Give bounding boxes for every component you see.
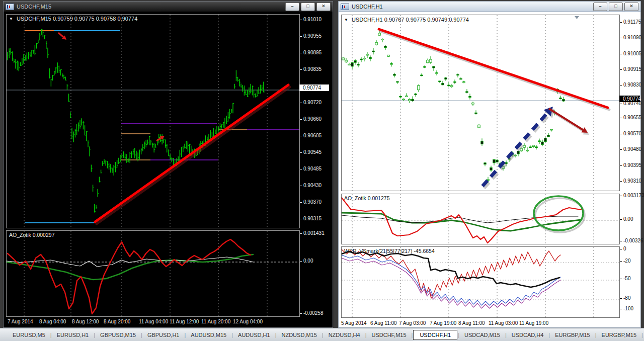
axis-label: 0.90370: [300, 199, 321, 205]
axis-label: 0.90955: [300, 33, 321, 39]
h1-ao-indicator-label: AO_Zotik 0.001275: [344, 195, 389, 201]
time-label: 8 Aug 04:00: [39, 319, 66, 324]
left-window-title: USDCHF,M15: [17, 4, 51, 10]
h1-wpr-indicator-label: WPR_VSmark(21|55|77|217) -45.6654: [344, 248, 435, 254]
axis-label: 0.90835: [300, 66, 321, 72]
axis-label: 0.90895: [300, 50, 321, 55]
h1-price-axis[interactable]: 0.911750.910900.910050.909150.908300.907…: [619, 15, 641, 317]
time-label: 8 Aug 12:00: [72, 319, 99, 324]
chart-tab-bar: EURUSD,M5|EURUSD,H1|GBPUSD,M15|GBPUSD,H1…: [0, 328, 644, 341]
chart-tabs: EURUSD,M5|EURUSD,H1|GBPUSD,M15|GBPUSD,H1…: [8, 330, 644, 340]
chart-tab-gbpusd-h1[interactable]: GBPUSD,H1: [143, 330, 184, 339]
minimize-button[interactable]: –: [593, 3, 607, 11]
chart-tab-usdcad-h4[interactable]: USDCAD,H4: [507, 330, 548, 339]
axis-label: 0.91090: [620, 35, 641, 40]
axis-label: 0.91005: [620, 51, 641, 56]
metatrader-workspace: USDCHF,M15 – □ ✕ ▼ USDCHF,M15 0.90759 0.…: [0, 0, 644, 341]
axis-label: 0.90485: [300, 166, 321, 172]
axis-label: -20: [620, 258, 630, 264]
chart-tab-audusd-h1[interactable]: AUDUSD,H1: [233, 330, 275, 339]
axis-label: 0.90605: [300, 133, 321, 138]
chart-tab-audusd-m15[interactable]: AUDUSD,M15: [186, 330, 231, 339]
axis-label: 0.90570: [620, 131, 641, 136]
right-window-titlebar[interactable]: USDCHF,H1 – □ ✕: [339, 2, 640, 12]
chart-tab-usdchf-m15[interactable]: USDCHF,M15: [367, 330, 411, 339]
time-label: 7 Aug 03:00: [399, 320, 426, 326]
time-label: 5 Aug 2014: [341, 320, 367, 326]
h1-price-chart[interactable]: [341, 15, 620, 191]
axis-label: 0.00: [300, 258, 313, 264]
chart-tab-eurusd-m5[interactable]: EURUSD,M5: [8, 330, 50, 339]
axis-label: 0.90830: [620, 82, 641, 88]
axis-label: 0.00: [620, 216, 633, 222]
axis-label: -0.00258: [300, 310, 323, 316]
symbol-dropdown-caret[interactable]: ▼: [344, 18, 348, 22]
chart-tab-eurusd-h1[interactable]: EURUSD,H1: [52, 330, 94, 339]
close-button[interactable]: ✕: [316, 3, 331, 11]
time-label: 7 Aug 2014: [8, 319, 33, 324]
right-window-title: USDCHF,H1: [352, 4, 383, 10]
axis-label: 0.001431: [300, 230, 325, 236]
current-price-marker: 0.90774: [299, 84, 329, 91]
minimize-button[interactable]: –: [285, 3, 299, 11]
axis-label: 0.90480: [620, 146, 641, 152]
axis-label: -100: [620, 306, 633, 311]
chart-tab-eurgbp-m15[interactable]: EURGBP,M15: [597, 330, 641, 339]
m15-ao-indicator[interactable]: [6, 230, 300, 317]
chart-tab-usdcad-m15[interactable]: USDCAD,M15: [460, 330, 505, 339]
time-label: 11 Aug 19:00: [519, 320, 548, 326]
left-window-titlebar[interactable]: USDCHF,M15 – □ ✕: [4, 2, 333, 12]
m15-ao-indicator-label: AO_Zotik 0.000297: [9, 232, 54, 238]
time-label: 6 Aug 11:00: [370, 320, 397, 326]
m15-price-chart[interactable]: [6, 14, 300, 228]
chart-icon: [6, 4, 14, 10]
axis-label: 0.90720: [300, 100, 321, 105]
symbol-dropdown-caret[interactable]: ▼: [9, 17, 13, 21]
time-label: 12 Aug 04:00: [233, 319, 263, 324]
axis-label: 0.90430: [300, 183, 321, 188]
axis-label: 0.90545: [300, 149, 321, 155]
axis-label: 0.003173: [620, 193, 644, 198]
axis-label: -0.00326: [620, 238, 643, 243]
chart-tab-nzdusd-m15[interactable]: NZDUSD,M15: [277, 330, 321, 339]
time-label: 11 Aug 12:00: [170, 319, 199, 324]
chart-icon: [341, 4, 349, 10]
close-button[interactable]: ✕: [624, 3, 638, 11]
maximize-button[interactable]: □: [609, 3, 623, 11]
axis-label: 0.90660: [300, 116, 321, 122]
chart-tab-usdchf-h1[interactable]: USDCHF,H1: [413, 330, 457, 340]
maximize-button[interactable]: □: [301, 3, 315, 11]
m15-time-axis[interactable]: 7 Aug 20148 Aug 04:008 Aug 12:008 Aug 20…: [6, 317, 326, 326]
time-label: 11 Aug 04:00: [139, 319, 168, 324]
m15-price-axis[interactable]: 0.910100.909550.908950.908350.907200.906…: [299, 13, 330, 317]
axis-label: 0.90395: [620, 162, 641, 168]
axis-label: 0.90915: [620, 66, 641, 72]
chart-tab-gbpusd-m15[interactable]: GBPUSD,M15: [96, 330, 140, 339]
axis-label: 0.91175: [620, 19, 641, 25]
h1-ao-indicator[interactable]: [341, 194, 620, 244]
chart-tab-eurgbp-m15[interactable]: EURGBP,M15: [550, 330, 595, 339]
axis-label: -50: [620, 276, 630, 281]
h1-ohlc-header[interactable]: ▼ USDCHF,H1 0.90767 0.90775 0.90749 0.90…: [344, 17, 469, 23]
time-label: 11 Aug 03:00: [489, 320, 518, 326]
h1-wpr-indicator[interactable]: [341, 246, 620, 318]
current-price-marker: 0.90774: [619, 96, 640, 102]
axis-label: -80: [620, 295, 630, 301]
chart-tab-nzdusd-h4[interactable]: NZDUSD,H4: [324, 330, 365, 339]
time-label: 8 Aug 11:00: [458, 320, 485, 326]
axis-label: 0.91010: [300, 17, 321, 22]
m15-ohlc-header[interactable]: ▼ USDCHF,M15 0.90759 0.90775 0.90758 0.9…: [9, 16, 137, 22]
time-label: 7 Aug 19:00: [430, 320, 456, 326]
time-label: 11 Aug 20:00: [201, 319, 230, 324]
time-label: 8 Aug 20:00: [104, 319, 130, 324]
axis-label: 0: [620, 246, 626, 251]
axis-label: 0.90310: [620, 178, 641, 184]
axis-label: 0.90315: [300, 216, 321, 221]
h1-time-axis[interactable]: 5 Aug 20146 Aug 11:007 Aug 03:007 Aug 19…: [341, 319, 621, 327]
axis-label: 0.90655: [620, 115, 641, 120]
